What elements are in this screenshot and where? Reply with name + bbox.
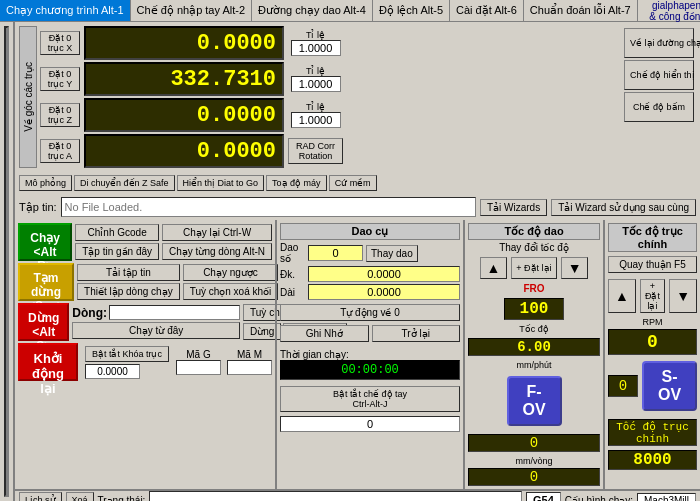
quay-thuan-btn[interactable]: Quay thuận F5: [608, 256, 697, 273]
xoa-btn[interactable]: Xoá: [66, 492, 94, 501]
mm-phut: mm/phút: [468, 360, 600, 370]
gcode-display: [4, 26, 9, 497]
ma-g-input[interactable]: [176, 360, 221, 375]
feed-down-btn[interactable]: ▼: [561, 257, 589, 279]
reset-a-btn[interactable]: Đặt 0 trục A: [40, 139, 80, 163]
bat-tat-do-tay-btn[interactable]: Bật tắt chế độ tay Ctrl-Alt-J: [280, 386, 460, 412]
load-file-btn[interactable]: Tải tập tin: [77, 264, 180, 281]
trang-thai-input[interactable]: [149, 491, 522, 501]
pause-btn[interactable]: Tạm dừng <Spc>: [18, 263, 74, 301]
run-btn[interactable]: Chạy <Alt R>: [18, 223, 72, 261]
x-ratio-value: 1.0000: [291, 40, 341, 56]
dai-label: Dài: [280, 287, 305, 298]
feed-set-btn[interactable]: + Đặt lại: [511, 257, 556, 279]
a-ratio: RAD Corr Rotation: [288, 138, 343, 164]
brand-label: Việt hóa bởi gialphapenc & công đồng cnc…: [638, 0, 700, 21]
cau-hinh-value: Mach3Mill: [637, 493, 696, 502]
ghi-nho-btn[interactable]: Ghi Nhớ: [280, 325, 369, 342]
menu-path[interactable]: Đường chạy dao Alt-4: [252, 0, 373, 21]
x-display: 0.0000: [84, 26, 284, 60]
speed-value: 6.00: [468, 338, 600, 356]
thay-dao-btn[interactable]: Thay dao: [366, 245, 418, 262]
feed-val-row: 100: [468, 298, 600, 320]
tro-lai-btn[interactable]: Trở lại: [372, 325, 461, 342]
sim-btn[interactable]: Mô phỏng: [19, 175, 72, 191]
diatgo-btn[interactable]: Hiển thị Diat to Go: [177, 175, 265, 191]
do-tay-value[interactable]: [280, 416, 460, 432]
time-label: Thời gian chạy:: [280, 349, 349, 360]
lock-value[interactable]: [85, 364, 140, 379]
y-ratio-value: 1.0000: [291, 76, 341, 92]
press-mode-btn[interactable]: Chế độ bấm: [624, 92, 694, 122]
tool-panel: Dao cụ Dao số Thay dao Đk. Dài Tự động v…: [275, 220, 465, 489]
a-axis-row: Đặt 0 trục A 0.0000 RAD Corr Rotation: [40, 134, 622, 168]
menu-manual[interactable]: Chế độ nhập tay Alt-2: [131, 0, 252, 21]
fov-area: F-OV: [468, 376, 600, 426]
ma-m-input[interactable]: [227, 360, 272, 375]
reset-y-btn[interactable]: Đặt 0 trục Y: [40, 67, 80, 91]
right-section: Về góc các trục Đặt 0 trục X 0.0000 Tỉ l…: [15, 22, 700, 501]
axes-rows: Đặt 0 trục X 0.0000 Tỉ lệ 1.0000 Đặt 0 t…: [40, 26, 622, 168]
clear-block-btn[interactable]: Tuỳ chọn xoá khối: [183, 283, 279, 300]
dai-input[interactable]: [308, 284, 460, 300]
recent-file-btn[interactable]: Tập tin gần đây: [75, 243, 159, 260]
z-ratio: Tỉ lệ 1.0000: [288, 102, 343, 128]
rpm-label: RPM: [608, 317, 697, 327]
step-run-btn[interactable]: Chạy từng dòng Alt-N: [162, 243, 272, 260]
display-mode-btn[interactable]: Chế độ hiển thị: [624, 60, 694, 90]
dk-input[interactable]: [308, 266, 460, 282]
set-line-btn[interactable]: Thiết lập dòng chạy: [77, 283, 180, 300]
z-axis-row: Đặt 0 trục Z 0.0000 Tỉ lệ 1.0000: [40, 98, 622, 132]
zsafe-btn[interactable]: Di chuyển đến Z Safe: [74, 175, 175, 191]
lich-su-btn[interactable]: Lịch sử: [19, 492, 62, 501]
x-axis-row: Đặt 0 trục X 0.0000 Tỉ lệ 1.0000: [40, 26, 622, 60]
spindle-panel: Tốc độ trục chính Quay thuận F5 ▲ + Đặt …: [605, 220, 700, 489]
dao-so-input[interactable]: [308, 245, 363, 261]
ctrl-row-2: Tạm dừng <Spc> Tải tập tin Thiết lập dòn…: [18, 263, 272, 301]
rerun-btn[interactable]: Chạy lại Ctrl-W: [162, 224, 272, 241]
stop-btn[interactable]: Dừng <Alt S>: [18, 303, 69, 341]
z-ratio-label: Tỉ lệ: [306, 102, 325, 112]
file-input[interactable]: [61, 197, 476, 217]
spindle-speed-label: Tốc độ trục chính: [608, 419, 697, 446]
feed-title: Tốc độ dao: [468, 223, 600, 240]
cau-hinh-label: Cấu hình chạy:: [565, 495, 633, 502]
wizard-last-btn[interactable]: Tải Wizard sử dụng sau cùng: [551, 199, 696, 216]
y-axis-row: Đặt 0 trục Y 332.7310 Tỉ lệ 1.0000: [40, 62, 622, 96]
menu-run[interactable]: Chạy chương trình Alt-1: [0, 0, 131, 21]
machine-coord-btn[interactable]: Toạ độ máy: [266, 175, 327, 191]
menu-offset[interactable]: Độ lệch Alt-5: [373, 0, 450, 21]
feed-panel: Tốc độ dao Thay đổi tốc độ ▲ + Đặt lại ▼…: [465, 220, 605, 489]
restart-btn[interactable]: Khởi động lại: [18, 343, 78, 381]
x-ratio: Tỉ lệ 1.0000: [288, 30, 343, 56]
auto-zero-btn[interactable]: Tự động về 0: [280, 304, 460, 321]
feed-actual2: 0: [468, 468, 600, 486]
lock-btn[interactable]: Bật tắt Khóa trục: [85, 346, 169, 362]
feed-up-btn[interactable]: ▲: [480, 257, 508, 279]
reset-x-btn[interactable]: Đặt 0 trục X: [40, 31, 80, 55]
edit-gcode-btn[interactable]: Chỉnh Gcode: [75, 224, 159, 241]
y-ratio-label: Tỉ lệ: [306, 66, 325, 76]
dk-label: Đk.: [280, 269, 305, 280]
reverse-btn[interactable]: Chạy ngược: [183, 264, 279, 281]
rpm-display: 0: [608, 329, 697, 355]
rad-corr-btn[interactable]: RAD Corr Rotation: [288, 138, 343, 164]
fov-btn[interactable]: F-OV: [507, 376, 562, 426]
feed-change-label: Thay đổi tốc độ: [468, 242, 600, 253]
spindle-down-btn[interactable]: ▼: [669, 279, 697, 313]
spindle-set-btn[interactable]: + Đặt lại: [640, 279, 665, 313]
soft-limit-btn[interactable]: Cứ mềm: [329, 175, 377, 191]
run-from-here-btn[interactable]: Chạy từ đây: [72, 322, 240, 339]
file-row: Tập tin: Tải Wizards Tải Wizard sử dụng …: [15, 194, 700, 220]
sov-btn[interactable]: S-OV: [642, 361, 697, 411]
reset-z-btn[interactable]: Đặt 0 trục Z: [40, 103, 80, 127]
status-bar: Lịch sử Xoá Trạng thái: G54 Cấu hình chạ…: [15, 489, 700, 501]
spindle-up-btn[interactable]: ▲: [608, 279, 636, 313]
menu-diag[interactable]: Chuẩn đoán lỗi Alt-7: [524, 0, 638, 21]
path-return-btn[interactable]: Về lại đường chạy dao: [624, 28, 694, 58]
dong-input[interactable]: [109, 305, 240, 320]
dao-so-label: Dao số: [280, 242, 305, 264]
wizard-btn[interactable]: Tải Wizards: [480, 199, 547, 216]
menu-settings[interactable]: Cài đặt Alt-6: [450, 0, 524, 21]
left-panel: [0, 22, 15, 501]
